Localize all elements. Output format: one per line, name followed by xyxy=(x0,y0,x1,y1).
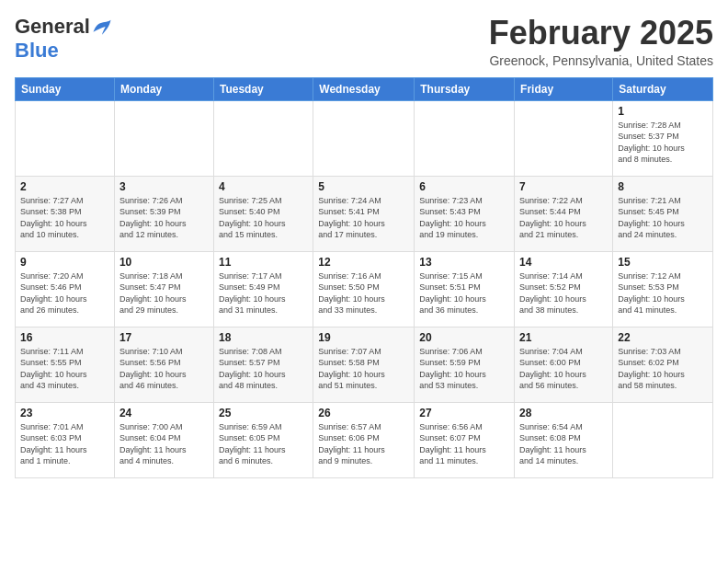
logo-text: General xyxy=(15,15,112,39)
day-info: Sunrise: 7:06 AM Sunset: 5:59 PM Dayligh… xyxy=(419,346,509,392)
weekday-header-tuesday: Tuesday xyxy=(213,77,313,100)
day-number: 23 xyxy=(20,407,109,419)
calendar-cell: 19Sunrise: 7:07 AM Sunset: 5:58 PM Dayli… xyxy=(313,327,415,402)
day-number: 10 xyxy=(119,256,209,269)
calendar-cell: 9Sunrise: 7:20 AM Sunset: 5:46 PM Daylig… xyxy=(16,251,115,327)
day-info: Sunrise: 7:14 AM Sunset: 5:52 PM Dayligh… xyxy=(519,270,608,316)
calendar-cell: 16Sunrise: 7:11 AM Sunset: 5:55 PM Dayli… xyxy=(16,327,115,402)
week-row-1: 1Sunrise: 7:28 AM Sunset: 5:37 PM Daylig… xyxy=(16,100,713,176)
day-number: 28 xyxy=(519,407,608,419)
calendar-cell: 7Sunrise: 7:22 AM Sunset: 5:44 PM Daylig… xyxy=(515,176,613,251)
calendar-cell: 26Sunrise: 6:57 AM Sunset: 6:06 PM Dayli… xyxy=(313,402,415,477)
day-info: Sunrise: 7:25 AM Sunset: 5:40 PM Dayligh… xyxy=(219,195,308,241)
day-info: Sunrise: 7:28 AM Sunset: 5:37 PM Dayligh… xyxy=(618,120,708,166)
day-number: 13 xyxy=(419,256,509,269)
calendar-cell: 21Sunrise: 7:04 AM Sunset: 6:00 PM Dayli… xyxy=(515,327,613,402)
day-number: 20 xyxy=(419,331,509,344)
day-number: 24 xyxy=(119,407,209,419)
weekday-header-sunday: Sunday xyxy=(16,77,115,100)
calendar-cell: 25Sunrise: 6:59 AM Sunset: 6:05 PM Dayli… xyxy=(213,402,313,477)
logo-general: General xyxy=(15,15,90,39)
calendar-cell: 12Sunrise: 7:16 AM Sunset: 5:50 PM Dayli… xyxy=(313,251,415,327)
day-info: Sunrise: 7:17 AM Sunset: 5:49 PM Dayligh… xyxy=(219,270,308,316)
calendar-cell: 15Sunrise: 7:12 AM Sunset: 5:53 PM Dayli… xyxy=(613,251,713,327)
day-info: Sunrise: 7:10 AM Sunset: 5:56 PM Dayligh… xyxy=(119,346,209,392)
calendar-cell: 22Sunrise: 7:03 AM Sunset: 6:02 PM Dayli… xyxy=(613,327,713,402)
day-number: 7 xyxy=(519,180,608,193)
calendar-cell: 24Sunrise: 7:00 AM Sunset: 6:04 PM Dayli… xyxy=(114,402,213,477)
day-number: 21 xyxy=(519,331,608,344)
calendar-cell: 3Sunrise: 7:26 AM Sunset: 5:39 PM Daylig… xyxy=(114,176,213,251)
day-number: 12 xyxy=(318,256,409,269)
day-number: 15 xyxy=(618,256,708,269)
day-info: Sunrise: 6:59 AM Sunset: 6:05 PM Dayligh… xyxy=(219,421,308,467)
calendar-cell: 10Sunrise: 7:18 AM Sunset: 5:47 PM Dayli… xyxy=(114,251,213,327)
day-number: 16 xyxy=(20,331,109,344)
day-number: 22 xyxy=(618,331,708,344)
day-number: 4 xyxy=(219,180,308,193)
day-number: 5 xyxy=(318,180,409,193)
day-info: Sunrise: 7:24 AM Sunset: 5:41 PM Dayligh… xyxy=(318,195,409,241)
day-info: Sunrise: 7:22 AM Sunset: 5:44 PM Dayligh… xyxy=(519,195,608,241)
calendar-cell: 8Sunrise: 7:21 AM Sunset: 5:45 PM Daylig… xyxy=(613,176,713,251)
day-info: Sunrise: 7:23 AM Sunset: 5:43 PM Dayligh… xyxy=(419,195,509,241)
day-info: Sunrise: 7:08 AM Sunset: 5:57 PM Dayligh… xyxy=(219,346,308,392)
week-row-4: 16Sunrise: 7:11 AM Sunset: 5:55 PM Dayli… xyxy=(16,327,713,402)
day-info: Sunrise: 6:54 AM Sunset: 6:08 PM Dayligh… xyxy=(519,421,608,467)
weekday-header-wednesday: Wednesday xyxy=(313,77,415,100)
calendar-cell: 14Sunrise: 7:14 AM Sunset: 5:52 PM Dayli… xyxy=(515,251,613,327)
weekday-header-friday: Friday xyxy=(515,77,613,100)
calendar-cell: 13Sunrise: 7:15 AM Sunset: 5:51 PM Dayli… xyxy=(415,251,515,327)
calendar-cell: 27Sunrise: 6:56 AM Sunset: 6:07 PM Dayli… xyxy=(415,402,515,477)
calendar-cell: 28Sunrise: 6:54 AM Sunset: 6:08 PM Dayli… xyxy=(515,402,613,477)
day-number: 1 xyxy=(618,105,708,118)
day-number: 19 xyxy=(318,331,409,344)
calendar-cell: 2Sunrise: 7:27 AM Sunset: 5:38 PM Daylig… xyxy=(16,176,115,251)
calendar-cell: 20Sunrise: 7:06 AM Sunset: 5:59 PM Dayli… xyxy=(415,327,515,402)
calendar-cell xyxy=(114,100,213,176)
calendar-cell: 23Sunrise: 7:01 AM Sunset: 6:03 PM Dayli… xyxy=(16,402,115,477)
day-number: 9 xyxy=(20,256,109,269)
logo-bird-icon xyxy=(92,18,112,35)
day-info: Sunrise: 7:11 AM Sunset: 5:55 PM Dayligh… xyxy=(20,346,109,392)
day-info: Sunrise: 7:12 AM Sunset: 5:53 PM Dayligh… xyxy=(618,270,708,316)
day-info: Sunrise: 6:57 AM Sunset: 6:06 PM Dayligh… xyxy=(318,421,409,467)
calendar-cell: 11Sunrise: 7:17 AM Sunset: 5:49 PM Dayli… xyxy=(213,251,313,327)
day-number: 17 xyxy=(119,331,209,344)
weekday-header-thursday: Thursday xyxy=(415,77,515,100)
day-number: 2 xyxy=(20,180,109,193)
day-number: 25 xyxy=(219,407,308,419)
day-number: 26 xyxy=(318,407,409,419)
logo-blue-text: Blue xyxy=(15,39,59,63)
calendar-cell: 5Sunrise: 7:24 AM Sunset: 5:41 PM Daylig… xyxy=(313,176,415,251)
header: General Blue February 2025 Greenock, Pen… xyxy=(15,15,713,68)
day-info: Sunrise: 7:07 AM Sunset: 5:58 PM Dayligh… xyxy=(318,346,409,392)
calendar-cell: 17Sunrise: 7:10 AM Sunset: 5:56 PM Dayli… xyxy=(114,327,213,402)
title-block: February 2025 Greenock, Pennsylvania, Un… xyxy=(489,15,713,68)
calendar-cell xyxy=(313,100,415,176)
calendar-cell xyxy=(16,100,115,176)
day-info: Sunrise: 7:03 AM Sunset: 6:02 PM Dayligh… xyxy=(618,346,708,392)
month-title: February 2025 xyxy=(489,15,713,52)
day-number: 14 xyxy=(519,256,608,269)
calendar-cell xyxy=(515,100,613,176)
day-number: 27 xyxy=(419,407,509,419)
day-info: Sunrise: 7:01 AM Sunset: 6:03 PM Dayligh… xyxy=(20,421,109,467)
calendar: SundayMondayTuesdayWednesdayThursdayFrid… xyxy=(15,77,713,478)
calendar-cell xyxy=(415,100,515,176)
week-row-3: 9Sunrise: 7:20 AM Sunset: 5:46 PM Daylig… xyxy=(16,251,713,327)
day-number: 6 xyxy=(419,180,509,193)
day-info: Sunrise: 6:56 AM Sunset: 6:07 PM Dayligh… xyxy=(419,421,509,467)
day-number: 11 xyxy=(219,256,308,269)
day-info: Sunrise: 7:21 AM Sunset: 5:45 PM Dayligh… xyxy=(618,195,708,241)
day-info: Sunrise: 7:00 AM Sunset: 6:04 PM Dayligh… xyxy=(119,421,209,467)
location: Greenock, Pennsylvania, United States xyxy=(489,53,713,68)
calendar-cell: 4Sunrise: 7:25 AM Sunset: 5:40 PM Daylig… xyxy=(213,176,313,251)
day-number: 3 xyxy=(119,180,209,193)
weekday-header-saturday: Saturday xyxy=(613,77,713,100)
logo: General Blue xyxy=(15,15,112,63)
calendar-cell: 1Sunrise: 7:28 AM Sunset: 5:37 PM Daylig… xyxy=(613,100,713,176)
day-info: Sunrise: 7:26 AM Sunset: 5:39 PM Dayligh… xyxy=(119,195,209,241)
week-row-2: 2Sunrise: 7:27 AM Sunset: 5:38 PM Daylig… xyxy=(16,176,713,251)
day-number: 18 xyxy=(219,331,308,344)
